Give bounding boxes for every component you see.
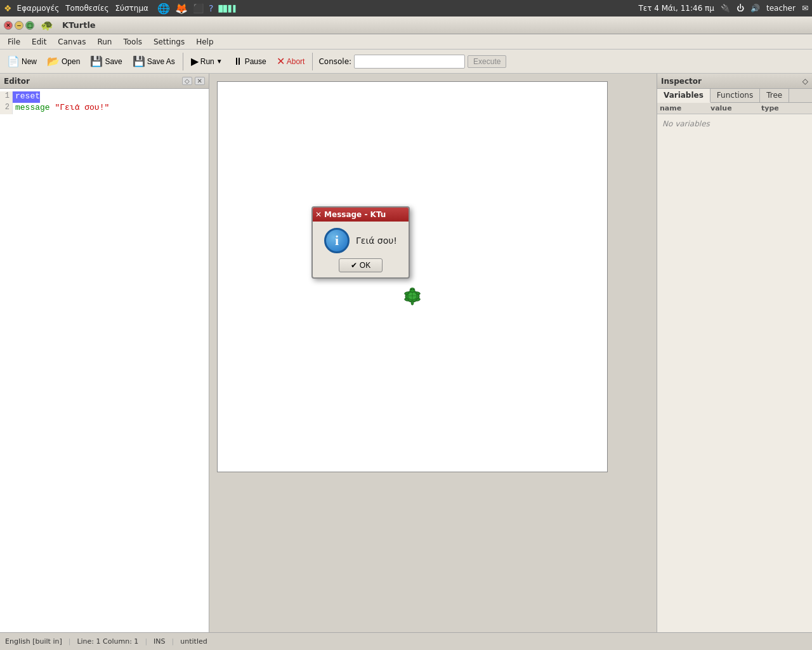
inspector-restore-button[interactable]: ◇ [802,77,808,86]
code-line-1: 1 reset [0,91,209,103]
close-button[interactable]: ✕ [4,21,13,30]
volume-icon[interactable]: 🔊 [750,4,760,13]
main-area: Editor ◇ ✕ 1 reset 2 message "Γειά σου!"… [0,74,812,632]
network-icon[interactable]: 🔌 [721,4,730,13]
save-as-icon: 💾 [133,55,145,67]
tab-tree[interactable]: Tree [760,89,789,102]
insert-mode: INS [154,637,165,646]
tab-functions[interactable]: Functions [710,89,760,102]
line-number-2: 2 [0,103,13,114]
checkmark-icon: ✔ [351,261,357,270]
cursor-position: Line: 1 Column: 1 [77,637,138,646]
save-as-label: Save As [147,57,175,66]
menu-bar: File Edit Canvas Run Tools Settings Help [0,34,812,50]
open-button[interactable]: 📂 Open [43,53,84,70]
user-label[interactable]: teacher [766,4,796,13]
dialog-body: i Γειά σου! ✔ OK [313,222,409,277]
tab-variables[interactable]: Variables [657,89,710,103]
open-icon: 📂 [47,55,60,67]
editor-close-button[interactable]: ✕ [195,77,205,85]
pause-button[interactable]: ⏸ Pause [228,53,271,70]
editor-title: Editor [4,77,30,86]
editor-body[interactable]: 1 reset 2 message "Γειά σου!" [0,89,209,632]
message-dialog[interactable]: ✕ Message - KTu i Γειά σου! ✔ OK [311,206,410,279]
inspector-header: Inspector ◇ [657,74,812,89]
file-name: untitled [180,637,207,646]
run-label: Run [200,57,214,66]
execute-button[interactable]: Execute [468,55,506,68]
dialog-text: Γειά σου! [356,235,397,246]
line-number-1: 1 [0,91,13,103]
dialog-close-button[interactable]: ✕ [315,210,322,219]
col-name-header: name [660,104,710,112]
dialog-content-row: i Γειά σου! [324,228,397,253]
firefox-icon[interactable]: 🦊 [175,3,188,15]
status-bar: English [built in] | Line: 1 Column: 1 |… [0,632,812,650]
open-label: Open [62,57,80,66]
help-menu[interactable]: Help [191,36,218,48]
datetime: Τετ 4 Μάι, 11:46 πμ [638,4,714,13]
line-content-1: reset [13,91,40,103]
file-menu[interactable]: File [3,36,25,48]
console-area: Console: Execute [318,55,506,69]
editor-header: Editor ◇ ✕ [0,74,209,89]
save-label: Save [105,57,122,66]
canvas-area: ✕ Message - KTu i Γειά σου! ✔ OK [209,74,657,632]
code-line-2: 2 message "Γειά σου!" [0,103,209,114]
maximize-button[interactable]: □ [25,21,34,30]
window-title: KTurtle [62,20,96,30]
console-label: Console: [318,57,351,66]
settings-menu[interactable]: Settings [148,36,190,48]
tools-menu[interactable]: Tools [118,36,147,48]
pause-label: Pause [245,57,266,66]
save-icon: 💾 [90,55,103,67]
ok-label: OK [360,261,370,270]
line-content-2: message "Γειά σου!" [13,103,109,114]
help-icon[interactable]: ? [209,3,213,13]
new-button[interactable]: 📄 New [3,53,41,70]
chrome-icon[interactable]: 🌐 [157,3,170,15]
mail-icon[interactable]: ✉ [802,4,808,13]
minimize-button[interactable]: − [15,21,23,30]
console-input[interactable] [354,55,465,69]
edit-menu[interactable]: Edit [27,36,51,48]
run-dropdown-icon[interactable]: ▼ [216,58,223,65]
canvas-menu[interactable]: Canvas [53,36,91,48]
svg-point-5 [411,289,412,290]
save-button[interactable]: 💾 Save [86,53,126,70]
svg-point-11 [411,301,414,305]
pause-icon: ⏸ [233,56,243,67]
info-icon: i [324,228,350,253]
app-icon: 🐢 [41,19,53,31]
no-variables-text: No variables [657,114,812,133]
run-button[interactable]: ▶ Run ▼ [187,53,227,70]
system-logo-icon: ❖ [4,3,12,13]
terminal-icon[interactable]: ⬛ [193,3,204,13]
dialog-title: Message - KTu [324,210,386,219]
new-label: New [22,57,37,66]
editor-panel: Editor ◇ ✕ 1 reset 2 message "Γειά σου!" [0,74,209,632]
apps-menu[interactable]: Εφαρμογές [17,4,60,13]
power-icon[interactable]: ⏻ [737,4,744,13]
language-status: English [built in] [5,637,62,646]
places-menu[interactable]: Τοποθεσίες [65,4,108,13]
editor-restore-button[interactable]: ◇ [182,77,192,85]
turtle-svg [402,284,423,308]
system-bar: ❖ Εφαρμογές Τοποθεσίες Σύστημα 🌐 🦊 ⬛ ? ▉… [0,0,812,17]
title-bar: ✕ − □ 🐢 KTurtle [0,17,812,34]
abort-icon: ✕ [277,55,285,67]
ok-button[interactable]: ✔ OK [339,258,383,272]
inspector-title: Inspector [661,77,702,86]
inspector-panel: Inspector ◇ Variables Functions Tree nam… [657,74,812,632]
inspector-tabs: Variables Functions Tree [657,89,812,103]
save-as-button[interactable]: 💾 Save As [128,53,180,70]
run-menu[interactable]: Run [92,36,117,48]
turtle-sprite [402,284,423,308]
inspector-column-headers: name value type [657,103,812,114]
audio-viz: ▉▊▋▌ [218,5,238,12]
svg-point-4 [410,288,415,293]
toolbar-separator-1 [183,53,183,70]
abort-button[interactable]: ✕ Abort [272,53,310,70]
toolbar-separator-2 [312,53,313,70]
system-menu[interactable]: Σύστημα [115,4,148,13]
